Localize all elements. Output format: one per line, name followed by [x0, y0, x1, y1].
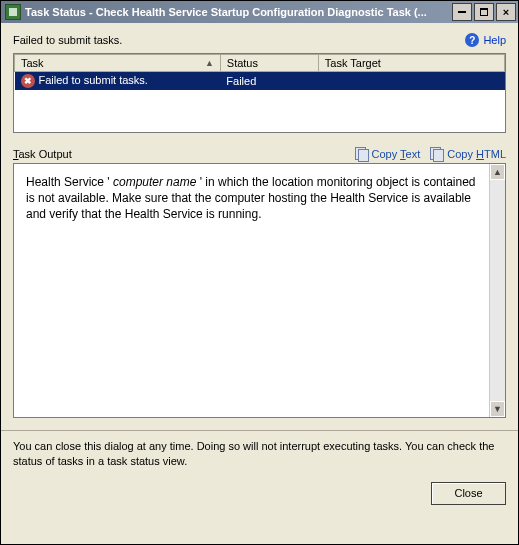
col-target[interactable]: Task Target: [318, 55, 504, 72]
scroll-up-icon[interactable]: ▲: [490, 164, 505, 180]
copy-text-link[interactable]: Copy Text: [355, 147, 421, 161]
maximize-button[interactable]: [474, 3, 494, 21]
window-title: Task Status - Check Health Service Start…: [25, 6, 452, 18]
copy-html-link[interactable]: Copy HTML: [430, 147, 506, 161]
help-link[interactable]: ? Help: [465, 33, 506, 47]
task-output-box: Health Service ' computer name ' in whic…: [13, 163, 506, 418]
col-target-label: Task Target: [325, 57, 381, 69]
table-row[interactable]: ✖Failed to submit tasks. Failed: [15, 72, 505, 91]
col-task[interactable]: Task▲: [15, 55, 221, 72]
help-label: Help: [483, 34, 506, 46]
computer-name-placeholder: computer name: [113, 175, 196, 189]
divider: [1, 430, 518, 431]
col-task-label: Task: [21, 57, 44, 69]
cell-task: Failed to submit tasks.: [39, 74, 148, 86]
sort-asc-icon: ▲: [205, 58, 214, 68]
status-message: Failed to submit tasks.: [13, 34, 122, 46]
close-window-button[interactable]: ×: [496, 3, 516, 21]
col-status[interactable]: Status: [220, 55, 318, 72]
col-status-label: Status: [227, 57, 258, 69]
footer-text: You can close this dialog at any time. D…: [13, 439, 506, 470]
title-bar[interactable]: Task Status - Check Health Service Start…: [1, 1, 518, 23]
app-icon: [5, 4, 21, 20]
task-table[interactable]: Task▲ Status Task Target ✖Failed to subm: [13, 53, 506, 133]
cell-status: Failed: [220, 72, 318, 91]
copy-icon: [430, 147, 444, 161]
help-icon: ?: [465, 33, 479, 47]
error-icon: ✖: [21, 74, 35, 88]
output-scrollbar[interactable]: ▲ ▼: [489, 164, 505, 417]
client-area: Failed to submit tasks. ? Help Task▲ Sta…: [1, 23, 518, 544]
minimize-button[interactable]: [452, 3, 472, 21]
task-output-label: Task Output: [13, 148, 72, 160]
svg-rect-0: [9, 8, 17, 16]
copy-icon: [355, 147, 369, 161]
close-button[interactable]: Close: [431, 482, 506, 505]
scroll-track[interactable]: [490, 180, 505, 401]
task-output-text[interactable]: Health Service ' computer name ' in whic…: [14, 164, 489, 417]
scroll-down-icon[interactable]: ▼: [490, 401, 505, 417]
dialog-window: Task Status - Check Health Service Start…: [0, 0, 519, 545]
cell-target: [318, 72, 504, 91]
